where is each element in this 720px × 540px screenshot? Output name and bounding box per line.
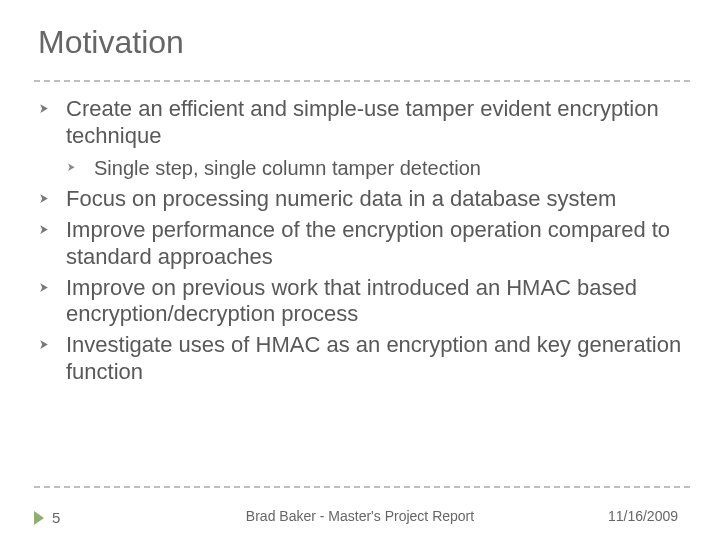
sub-bullet-list: Single step, single column tamper detect… [66, 156, 690, 180]
slide-content: Create an efficient and simple-use tampe… [38, 96, 690, 390]
sub-bullet-item: Single step, single column tamper detect… [66, 156, 690, 180]
bullet-item: Improve performance of the encryption op… [38, 217, 690, 271]
bullet-text: Investigate uses of HMAC as an encryptio… [66, 332, 681, 384]
bullet-item: Create an efficient and simple-use tampe… [38, 96, 690, 180]
bullet-item: Investigate uses of HMAC as an encryptio… [38, 332, 690, 386]
footer-divider [34, 486, 690, 488]
bullet-text: Create an efficient and simple-use tampe… [66, 96, 659, 148]
bullet-text: Improve performance of the encryption op… [66, 217, 670, 269]
bullet-item: Improve on previous work that introduced… [38, 275, 690, 329]
sub-bullet-text: Single step, single column tamper detect… [94, 157, 481, 179]
slide: Motivation Create an efficient and simpl… [0, 0, 720, 540]
slide-title: Motivation [38, 24, 184, 61]
bullet-item: Focus on processing numeric data in a da… [38, 186, 690, 213]
title-divider [34, 80, 690, 82]
bullet-text: Focus on processing numeric data in a da… [66, 186, 616, 211]
footer-date: 11/16/2009 [608, 508, 678, 524]
bullet-list: Create an efficient and simple-use tampe… [38, 96, 690, 386]
bullet-text: Improve on previous work that introduced… [66, 275, 637, 327]
